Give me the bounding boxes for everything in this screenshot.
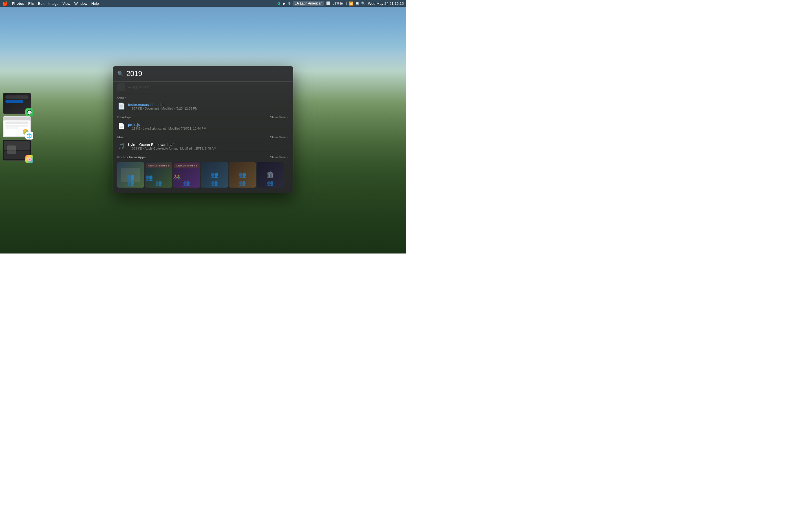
desktop: 🍎 Photos File Edit Image View Window Hel… (0, 0, 406, 253)
wifi-icon[interactable]: 📶 (349, 1, 353, 6)
top-faded-result: — app or item (113, 82, 293, 93)
music-show-more-chevron: › (287, 136, 288, 139)
photos-section: Photos From Apps Show More › 👥 (113, 152, 293, 193)
photos-grid: 👥 FACULTAD DE DERECHO 👥 FACULTAD DE DERE… (113, 161, 293, 189)
result-name-highlight: tester.macos.jsbundle (128, 103, 163, 107)
spotlight-icon[interactable]: ⊙ (288, 1, 291, 5)
grammarly-icon[interactable]: G (277, 1, 281, 6)
photo-thumb-2[interactable]: FACULTAD DE DERECHO 👥 (145, 162, 172, 187)
other-result-text: tester.macos.jsbundle — 837 KB · Documen… (128, 103, 289, 110)
search-icon: 🔍 (117, 71, 123, 77)
screen-time-icon[interactable]: ⬜ (326, 1, 331, 5)
image-menu[interactable]: Image (48, 1, 58, 6)
view-menu[interactable]: View (63, 1, 70, 6)
battery-icon (340, 2, 347, 5)
developer-show-more-label: Show More (270, 115, 286, 119)
music-result-item-0[interactable]: 🎵 Kyle – Ocean Boulevard.caf — 339 KB · … (113, 140, 293, 152)
photo-thumb-6[interactable]: 🏛️ (257, 162, 284, 187)
messages-app-icon[interactable]: 💬 (26, 108, 33, 116)
input-method-label: LA (295, 1, 299, 5)
search-bar: 🔍 2019 (113, 66, 293, 82)
photo-thumb-1[interactable]: 👥 (117, 162, 144, 187)
photo-thumb-3[interactable]: FACULTAD DE DERECHO 👫 (173, 162, 200, 187)
spotlight-panel: 🔍 2019 — app or item Other 📄 teste (113, 66, 293, 193)
other-result-meta: — 837 KB · Document · Modified 4/6/23, 1… (128, 107, 289, 110)
results-container: — app or item Other 📄 tester.macos.jsbun… (113, 82, 293, 193)
menubar-right: G ▶ ⊙ LA Latin American ⬜ 31% 📶 ⊞ (277, 1, 404, 6)
dock-thumbnails: 💬 🌐 (3, 93, 31, 161)
thumb-messages-container[interactable]: 💬 (3, 93, 31, 114)
other-section: Other 📄 tester.macos.jsbundle — 837 KB ·… (113, 93, 293, 112)
menubar: 🍎 Photos File Edit Image View Window Hel… (0, 0, 406, 7)
quicktime-icon[interactable]: ▶ (283, 1, 286, 6)
developer-show-more-button[interactable]: Show More › (269, 115, 289, 119)
help-menu[interactable]: Help (91, 1, 99, 6)
developer-result-item-0[interactable]: 📄 prefs.js — 11 KB · JavaScript script ·… (113, 121, 293, 132)
window-menu[interactable]: Window (74, 1, 87, 6)
developer-result-name: prefs.js (128, 122, 289, 127)
developer-section-title: Developer (117, 115, 133, 119)
music-result-text: Kyle – Ocean Boulevard.caf — 339 KB · Ap… (128, 143, 289, 150)
other-result-item-0[interactable]: 📄 tester.macos.jsbundle — 837 KB · Docum… (113, 101, 293, 112)
thumb-browser-container[interactable]: 🌐 (3, 116, 31, 137)
file-menu[interactable]: File (28, 1, 34, 6)
search-query[interactable]: 2019 (126, 69, 142, 78)
other-result-name: tester.macos.jsbundle (128, 103, 289, 107)
music-result-name: Kyle – Ocean Boulevard.caf (128, 143, 289, 147)
developer-show-more-chevron: › (287, 116, 288, 119)
music-show-more-label: Show More (270, 135, 286, 139)
photo-thumb-5[interactable]: 👥 (229, 162, 256, 187)
photos-show-more-label: Show More (270, 156, 286, 159)
developer-result-text: prefs.js — 11 KB · JavaScript script · M… (128, 122, 289, 130)
chrome-app-icon[interactable]: 🌐 (26, 132, 33, 140)
apple-menu[interactable]: 🍎 (2, 1, 8, 6)
thumb-imports-container[interactable]: 🌸 (3, 140, 31, 161)
audio-file-icon: 🎵 (117, 142, 125, 150)
photos-section-header: Photos From Apps Show More › (113, 152, 293, 161)
photos-show-more-chevron: › (287, 156, 288, 159)
photo-thumb-4[interactable]: 👥 (201, 162, 228, 187)
clock: Wed May 24 21:16:15 (368, 1, 404, 6)
search-menubar-icon[interactable]: 🔍 (361, 1, 366, 6)
music-show-more-button[interactable]: Show More › (269, 135, 289, 139)
battery-indicator[interactable]: 31% (333, 1, 347, 5)
music-result-meta: — 339 KB · Apple CoreAudio format · Modi… (128, 147, 289, 150)
doc-icon: 📄 (117, 102, 125, 110)
music-section-header: Music Show More › (113, 132, 293, 140)
developer-section: Developer Show More › 📄 prefs.js — 11 KB… (113, 112, 293, 132)
app-name[interactable]: Photos (12, 1, 24, 6)
menubar-left: 🍎 Photos File Edit Image View Window Hel… (2, 1, 99, 6)
input-method-name: Latin American (300, 1, 322, 5)
developer-section-header: Developer Show More › (113, 112, 293, 121)
edit-menu[interactable]: Edit (38, 1, 44, 6)
music-section: Music Show More › 🎵 Kyle – Ocean Bouleva… (113, 132, 293, 152)
developer-result-name-highlight: prefs.js (128, 122, 140, 127)
other-section-title: Other (117, 96, 126, 100)
battery-percent-label: 31% (333, 1, 340, 5)
music-section-title: Music (117, 135, 126, 139)
input-method-indicator[interactable]: LA Latin American (293, 1, 324, 6)
photos-show-more-button[interactable]: Show More › (269, 155, 289, 159)
photos-section-title: Photos From Apps (117, 156, 146, 159)
photos-app-icon[interactable]: 🌸 (26, 155, 33, 163)
developer-result-meta: — 11 KB · JavaScript script · Modified 7… (128, 127, 289, 130)
control-center-icon[interactable]: ⊞ (356, 1, 359, 6)
other-section-header: Other (113, 93, 293, 101)
js-file-icon: 📄 (117, 122, 125, 130)
